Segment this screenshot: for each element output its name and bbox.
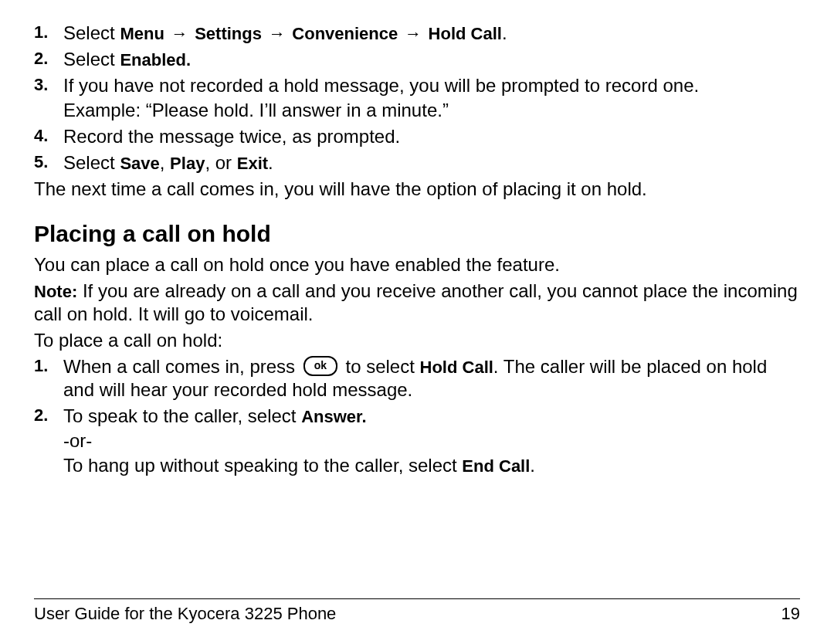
arrow-icon: → (170, 23, 190, 45)
arrow-icon: → (267, 23, 287, 45)
step-number: 1. (34, 355, 63, 377)
page-number: 19 (781, 604, 800, 624)
step-2: 2. Select Enabled. (34, 48, 800, 71)
section-intro: You can place a call on hold once you ha… (34, 253, 800, 276)
step-number: 4. (34, 125, 63, 147)
step-3: 3. If you have not recorded a hold messa… (34, 74, 800, 122)
alt-instruction: To hang up without speaking to the calle… (63, 454, 800, 477)
step-1: 1. Select Menu → Settings → Convenience … (34, 22, 800, 45)
document-page: 1. Select Menu → Settings → Convenience … (0, 0, 834, 644)
step-body: When a call comes in, press to select Ho… (63, 355, 800, 402)
arrow-icon: → (403, 23, 423, 45)
step-body: Select Save, Play, or Exit. (63, 151, 800, 175)
page-content: 1. Select Menu → Settings → Convenience … (34, 22, 800, 477)
step-body: To speak to the caller, select Answer. -… (63, 405, 800, 477)
section-note: Note: If you are already on a call and y… (34, 280, 800, 326)
footer-title: User Guide for the Kyocera 3225 Phone (34, 604, 336, 624)
menu-path-settings: Settings (195, 24, 262, 43)
step-body: Select Enabled. (63, 48, 800, 71)
section-heading: Placing a call on hold (34, 219, 800, 249)
menu-path-convenience: Convenience (292, 24, 398, 43)
step2-2: 2. To speak to the caller, select Answer… (34, 405, 800, 477)
step-example: Example: “Please hold. I’ll answer in a … (63, 99, 800, 122)
step-4: 4. Record the message twice, as prompted… (34, 125, 800, 148)
note-label: Note: (34, 282, 77, 301)
steps-list-2: 1. When a call comes in, press to select… (34, 355, 800, 477)
step-number: 5. (34, 151, 63, 173)
steps-list-1: 1. Select Menu → Settings → Convenience … (34, 22, 800, 175)
menu-path-holdcall: Hold Call (429, 24, 502, 43)
step-number: 2. (34, 48, 63, 69)
menu-path-menu: Menu (120, 24, 164, 43)
ok-button-icon (303, 356, 337, 376)
step-body: Select Menu → Settings → Convenience → H… (63, 22, 800, 45)
step-5: 5. Select Save, Play, or Exit. (34, 151, 800, 175)
step-number: 1. (34, 22, 63, 43)
step-number: 2. (34, 405, 63, 426)
step-body: Record the message twice, as prompted. (63, 125, 800, 148)
or-separator: -or- (63, 429, 800, 452)
step2-1: 1. When a call comes in, press to select… (34, 355, 800, 402)
step-number: 3. (34, 74, 63, 96)
section-lead: To place a call on hold: (34, 329, 800, 352)
step-body: If you have not recorded a hold message,… (63, 74, 800, 122)
post-steps-paragraph: The next time a call comes in, you will … (34, 178, 800, 201)
page-footer: User Guide for the Kyocera 3225 Phone 19 (34, 598, 800, 624)
